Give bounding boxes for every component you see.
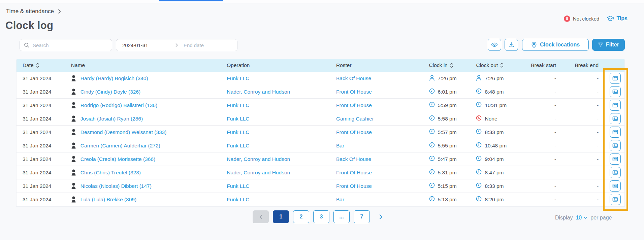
operation-link[interactable]: Funk LLC <box>227 183 249 189</box>
download-button[interactable] <box>505 39 518 51</box>
previous-page-button[interactable] <box>253 210 269 223</box>
roster-link[interactable]: Front Of House <box>336 183 372 189</box>
breadcrumb-label[interactable]: Time & attendance <box>6 8 54 15</box>
search-box[interactable] <box>20 39 112 51</box>
header-right: 8 Not clocked Tips <box>564 15 627 22</box>
roster-link[interactable]: Back Of House <box>336 156 371 162</box>
clock-record-card-button[interactable] <box>610 86 621 97</box>
clock-record-card-button[interactable] <box>610 194 621 205</box>
break-end-cell: - <box>564 197 608 203</box>
actions-cell <box>608 86 624 97</box>
person-silhouette-icon <box>71 183 76 189</box>
clock-record-card-button[interactable] <box>610 167 621 178</box>
next-page-button[interactable] <box>376 210 386 223</box>
clock-log-table: Date Name Operation Roster Clock in Cloc… <box>16 59 625 207</box>
employee-name-link[interactable]: Nicolas (Nicolas) Dibbert (147) <box>80 183 152 189</box>
operation-link[interactable]: Funk LLC <box>227 75 249 81</box>
clock-record-card-button[interactable] <box>610 127 621 138</box>
roster-cell: Front Of House <box>335 183 429 189</box>
sort-icon[interactable] <box>500 63 504 68</box>
date-range-picker[interactable]: 2024-01-31 End date <box>116 39 237 51</box>
roster-link[interactable]: Front Of House <box>336 129 372 135</box>
clock-record-card-button[interactable] <box>610 73 621 84</box>
date-cell: 31 Jan 2024 <box>17 183 70 189</box>
clock-icon <box>429 182 435 188</box>
page-1-button[interactable]: 1 <box>273 210 289 223</box>
operation-link[interactable]: Nader, Conroy and Hudson <box>227 89 290 95</box>
break-start-cell: - <box>526 116 564 122</box>
page-7-button[interactable]: 7 <box>354 210 370 223</box>
name-cell: Carmen (Carmen) Aufderhar (272) <box>70 142 226 149</box>
operation-cell: Funk LLC <box>226 75 335 81</box>
clock-record-card-button[interactable] <box>610 153 621 165</box>
break-start-cell: - <box>526 183 564 189</box>
tips-label[interactable]: Tips <box>616 15 627 22</box>
manual-clock-person-icon <box>476 75 482 81</box>
operation-link[interactable]: Funk LLC <box>227 129 249 135</box>
roster-link[interactable]: Front Of House <box>336 170 372 176</box>
clock-record-card-button[interactable] <box>610 140 621 151</box>
name-cell: Lula (Lula) Brekke (309) <box>70 196 226 203</box>
employee-name-link[interactable]: Hardy (Hardy) Bogisich (340) <box>80 75 148 81</box>
operation-link[interactable]: Funk LLC <box>227 116 249 122</box>
actions-cell <box>608 180 624 192</box>
operation-link[interactable]: Funk LLC <box>227 102 249 108</box>
employee-name-link[interactable]: Rodrigo (Rodrigo) Balistreri (136) <box>80 102 157 108</box>
visibility-button[interactable] <box>488 39 501 51</box>
clock-in-time: 5:57 pm <box>438 129 457 135</box>
clock-out-time: 8:33 pm <box>485 183 504 189</box>
page-ellipsis-button[interactable]: ... <box>333 210 350 223</box>
operation-link[interactable]: Funk LLC <box>227 143 249 149</box>
employee-name-link[interactable]: Desmond (Desmond) Weissnat (333) <box>80 129 167 135</box>
clock-in-time: 7:26 pm <box>438 75 457 81</box>
operation-link[interactable]: Nader, Conroy and Hudson <box>227 170 290 176</box>
page-3-button[interactable]: 3 <box>313 210 329 223</box>
clock-in-cell: 7:26 pm <box>429 75 476 82</box>
table-header-row: Date Name Operation Roster Clock in Cloc… <box>17 59 624 72</box>
clock-record-card-button[interactable] <box>610 180 621 192</box>
column-header-clock-in[interactable]: Clock in <box>429 62 476 68</box>
operation-link[interactable]: Funk LLC <box>227 197 249 203</box>
clock-icon <box>476 196 482 202</box>
per-page-select[interactable]: 10 <box>576 215 587 221</box>
search-input[interactable] <box>33 42 108 48</box>
filter-button[interactable]: Filter <box>592 39 625 51</box>
breadcrumb[interactable]: Time & attendance <box>6 8 61 15</box>
operation-link[interactable]: Nader, Conroy and Hudson <box>227 156 290 162</box>
employee-name-link[interactable]: Chris (Chris) Treutel (323) <box>80 170 141 176</box>
clock-locations-button[interactable]: Clock locations <box>522 39 589 51</box>
column-header-break-end: Break end <box>564 62 608 68</box>
name-cell: Josiah (Josiah) Ryan (286) <box>70 115 226 122</box>
clock-in-time: 6:01 pm <box>438 89 457 95</box>
employee-name-link[interactable]: Creola (Creola) Morissette (366) <box>80 156 155 162</box>
sort-icon[interactable] <box>450 63 453 68</box>
roster-cell: Back Of House <box>335 156 429 162</box>
sort-icon[interactable] <box>36 63 39 68</box>
employee-name-link[interactable]: Carmen (Carmen) Aufderhar (272) <box>80 143 160 149</box>
start-date-value[interactable]: 2024-01-31 <box>122 42 175 48</box>
roster-cell: Front Of House <box>335 89 429 95</box>
clock-icon <box>429 156 435 161</box>
end-date-placeholder[interactable]: End date <box>184 42 204 48</box>
column-header-clock-out[interactable]: Clock out <box>476 62 526 68</box>
roster-link[interactable]: Back Of House <box>336 75 371 81</box>
not-clocked-label: Not clocked <box>573 16 599 22</box>
employee-name-link[interactable]: Cindy (Cindy) Doyle (326) <box>80 89 140 95</box>
roster-link[interactable]: Front Of House <box>336 89 372 95</box>
employee-name-link[interactable]: Josiah (Josiah) Ryan (286) <box>80 116 143 122</box>
clock-in-cell: 5:57 pm <box>429 129 476 136</box>
roster-link[interactable]: Front Of House <box>336 102 372 108</box>
clock-record-card-button[interactable] <box>610 100 621 111</box>
clock-record-card-button[interactable] <box>610 113 621 124</box>
date-cell: 31 Jan 2024 <box>17 143 70 149</box>
id-card-icon <box>612 196 618 203</box>
page-2-button[interactable]: 2 <box>293 210 309 223</box>
chevron-right-icon <box>175 43 178 47</box>
clock-in-cell: 5:59 pm <box>429 102 476 109</box>
tips-link[interactable]: Tips <box>607 15 627 22</box>
roster-link[interactable]: Bar <box>336 143 344 149</box>
employee-name-link[interactable]: Lula (Lula) Brekke (309) <box>80 197 136 203</box>
roster-link[interactable]: Bar <box>336 197 344 203</box>
roster-link[interactable]: Gaming Cashier <box>336 116 374 122</box>
column-header-date[interactable]: Date <box>17 62 70 68</box>
